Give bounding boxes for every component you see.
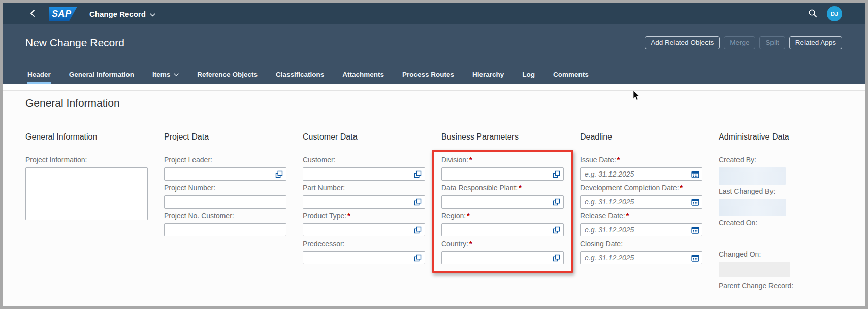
value-help-icon — [414, 226, 422, 234]
development-completion-date-date-picker-button[interactable] — [688, 196, 702, 208]
predecessor-value-help-button[interactable] — [411, 252, 425, 264]
field-label: Changed On: — [719, 250, 841, 258]
tab-process-routes[interactable]: Process Routes — [402, 71, 454, 84]
form-column-project-data: Project DataProject Leader:Project Numbe… — [164, 132, 286, 309]
country-input[interactable] — [441, 251, 564, 264]
shell-actions: DJ — [808, 6, 842, 21]
issue-date-date-picker-button[interactable] — [688, 168, 702, 180]
required-indicator: * — [347, 212, 350, 220]
tab-general-information[interactable]: General Information — [69, 71, 134, 84]
closing-date-date-picker-button[interactable] — [688, 252, 702, 264]
field-development-completion-date: Development Completion Date:* — [580, 184, 702, 209]
created-on-value: – — [719, 230, 841, 241]
tab-header[interactable]: Header — [27, 71, 51, 84]
tab-label: Items — [152, 71, 170, 78]
part-number-value-help-button[interactable] — [411, 196, 425, 208]
division-input[interactable] — [441, 167, 564, 181]
field-label: Development Completion Date:* — [580, 184, 702, 192]
field-label: Customer: — [303, 156, 425, 164]
project-leader-value-help-button[interactable] — [272, 168, 286, 180]
division-value-help-button[interactable] — [550, 168, 563, 180]
header-action-bar: Add Related ObjectsMergeSplitRelated App… — [645, 36, 842, 49]
field-label: Division:* — [441, 156, 564, 164]
customer-input[interactable] — [303, 167, 425, 181]
field-label: Predecessor: — [303, 239, 425, 248]
sap-logo: SAP — [49, 7, 77, 21]
field-project-information: Project Information: — [25, 156, 148, 222]
field-closing-date: Closing Date: — [580, 239, 702, 264]
form-column-business-parameters: Business ParametersDivision:*Data Respon… — [441, 132, 564, 309]
calendar-icon — [691, 198, 699, 206]
tab-label: Classifications — [276, 71, 324, 78]
data-responsible-plant-value-help-button[interactable] — [550, 196, 563, 208]
tab-label: General Information — [69, 71, 134, 78]
form-column-administrative-data: Administrative DataCreated By:Last Chang… — [719, 132, 841, 309]
project-leader-input[interactable] — [164, 167, 286, 181]
column-fields: Division:*Data Responsible Plant:*Region… — [441, 156, 564, 264]
user-avatar[interactable]: DJ — [827, 6, 842, 21]
data-responsible-plant-input[interactable] — [441, 195, 564, 209]
release-date-date-picker-button[interactable] — [688, 224, 702, 236]
product-type-value-help-button[interactable] — [411, 224, 425, 236]
predecessor-input[interactable] — [303, 251, 425, 264]
field-label: Project Number: — [164, 184, 286, 192]
required-indicator: * — [617, 156, 620, 164]
part-number-input[interactable] — [303, 195, 425, 209]
column-title: Business Parameters — [441, 132, 564, 142]
field-product-type: Product Type:* — [303, 212, 425, 236]
changed-on-redacted-value — [719, 262, 790, 277]
add-related-objects-button[interactable]: Add Related Objects — [645, 36, 720, 49]
field-label: Project Information: — [25, 156, 148, 164]
form-column-deadline: DeadlineIssue Date:*Development Completi… — [580, 132, 702, 309]
chevron-down-icon — [150, 10, 155, 18]
anchor-tab-bar: HeaderGeneral InformationItemsReference … — [25, 71, 842, 84]
value-help-icon — [414, 254, 422, 262]
search-button[interactable] — [808, 9, 817, 19]
required-indicator: * — [626, 212, 629, 220]
project-information-textarea[interactable] — [25, 167, 148, 220]
search-icon — [808, 9, 817, 19]
tab-reference-objects[interactable]: Reference Objects — [197, 71, 258, 84]
tab-label: Attachments — [342, 71, 384, 78]
app-title-menu[interactable]: Change Record — [89, 10, 155, 18]
shell-bar: SAP Change Record DJ — [3, 3, 865, 24]
value-help-icon — [414, 170, 422, 178]
section-title: General Information — [25, 97, 843, 109]
tab-attachments[interactable]: Attachments — [342, 71, 384, 84]
split-button: Split — [759, 36, 785, 49]
region-input[interactable] — [441, 223, 564, 236]
tab-items[interactable]: Items — [152, 71, 179, 84]
issue-date-input[interactable] — [580, 167, 702, 181]
column-fields: Created By:Last Changed By:Created On:–C… — [719, 156, 841, 303]
column-title: Administrative Data — [719, 132, 841, 142]
field-label: Last Changed By: — [719, 187, 841, 195]
field-label: Parent Change Record: — [719, 282, 841, 290]
project-number-input[interactable] — [164, 195, 286, 209]
column-fields: Project Information: — [25, 156, 148, 222]
tab-comments[interactable]: Comments — [553, 71, 589, 84]
region-value-help-button[interactable] — [550, 224, 563, 236]
field-label: Project Leader: — [164, 156, 286, 164]
required-indicator: * — [469, 239, 472, 248]
tab-classifications[interactable]: Classifications — [276, 71, 324, 84]
back-button[interactable] — [29, 9, 36, 19]
product-type-input[interactable] — [303, 223, 425, 236]
tab-log[interactable]: Log — [522, 71, 535, 84]
field-region: Region:* — [441, 212, 564, 236]
customer-value-help-button[interactable] — [411, 168, 425, 180]
app-window: SAP Change Record DJ New Change Record A… — [0, 0, 868, 309]
field-label: Region:* — [441, 212, 564, 220]
tab-hierarchy[interactable]: Hierarchy — [472, 71, 504, 84]
country-value-help-button[interactable] — [550, 252, 563, 264]
app-title-label: Change Record — [89, 10, 146, 18]
related-apps-button[interactable]: Related Apps — [789, 36, 842, 49]
column-title: General Information — [25, 132, 148, 142]
field-release-date: Release Date:* — [580, 212, 702, 236]
calendar-icon — [691, 226, 699, 234]
closing-date-input[interactable] — [580, 251, 702, 264]
value-help-icon — [553, 226, 560, 234]
development-completion-date-input[interactable] — [580, 195, 702, 209]
project-no-customer-input[interactable] — [164, 223, 286, 236]
tab-label: Log — [522, 71, 535, 78]
release-date-input[interactable] — [580, 223, 702, 236]
